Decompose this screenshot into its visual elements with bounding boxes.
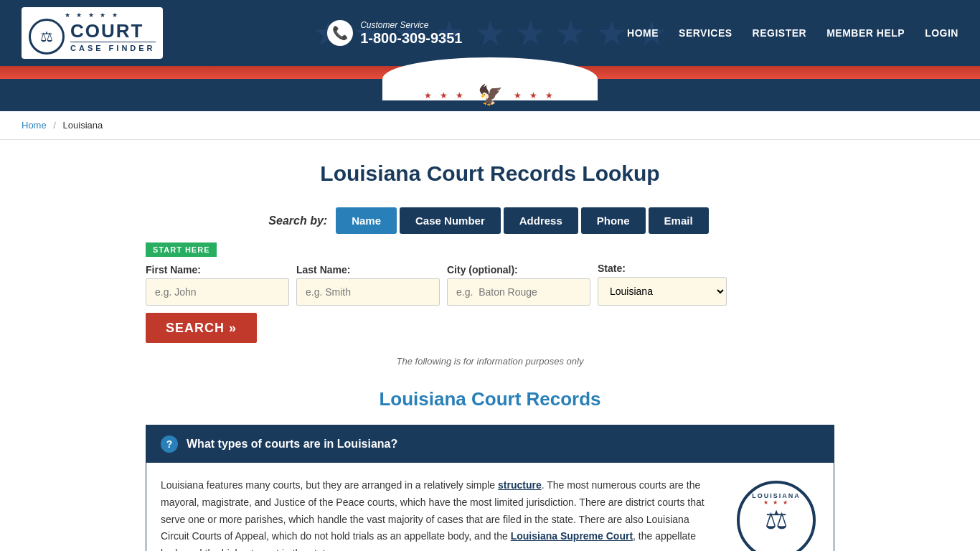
state-select[interactable]: AlabamaAlaskaArizonaArkansasCaliforniaCo… [598,277,727,306]
logo-stars: ★ ★ ★ ★ ★ [65,11,120,19]
search-by-label: Search by: [268,215,327,227]
state-label: State: [598,263,727,274]
page-title: Louisiana Court Records Lookup [146,161,834,186]
faq-header[interactable]: ? What types of courts are in Louisiana? [146,425,834,463]
supreme-court-link[interactable]: Louisiana Supreme Court [511,530,633,542]
nav-home[interactable]: HOME [627,27,659,39]
tab-email[interactable]: Email [649,207,709,234]
tab-phone[interactable]: Phone [581,207,646,234]
first-name-input[interactable] [146,278,289,306]
city-input[interactable] [447,278,590,306]
logo-area: ★ ★ ★ ★ ★ COURT CASE FINDER [22,7,163,59]
breadcrumb-separator: / [53,120,56,131]
cs-phone: 1-800-309-9351 [360,30,462,46]
breadcrumb-home-link[interactable]: Home [22,120,47,131]
cs-label: Customer Service [360,20,462,30]
faq-text: Louisiana features many courts, but they… [161,477,719,551]
tab-name[interactable]: Name [336,207,397,234]
search-button[interactable]: SEARCH » [146,313,257,343]
breadcrumb: Home / Louisiana [0,111,980,140]
louisiana-seal: LOUISIANA ★ ★ ★ ⚖ [733,477,819,551]
nav-register[interactable]: REGISTER [753,27,807,39]
customer-service-text: Customer Service 1-800-309-9351 [360,20,462,47]
first-name-field-group: First Name: [146,264,289,306]
eagle-banner: ★ ★ ★ 🦅 ★ ★ ★ [0,79,980,111]
last-name-label: Last Name: [296,264,440,276]
tab-address[interactable]: Address [504,207,578,234]
logo-icon-row: COURT CASE FINDER [29,19,156,55]
seal-circle: LOUISIANA ★ ★ ★ ⚖ [737,481,816,551]
structure-link[interactable]: structure [498,479,542,491]
nav-member-help[interactable]: MEMBER HELP [826,27,905,39]
search-button-label: SEARCH » [166,321,237,336]
first-name-label: First Name: [146,264,289,276]
faq-item: ? What types of courts are in Louisiana?… [146,425,834,551]
last-name-field-group: Last Name: [296,264,440,306]
logo-box: ★ ★ ★ ★ ★ COURT CASE FINDER [22,7,163,59]
faq-question: What types of courts are in Louisiana? [187,438,397,451]
eagle-stars-right: ★ ★ ★ [514,90,557,100]
state-field-group: State: AlabamaAlaskaArizonaArkansasCalif… [598,263,727,306]
faq-body: Louisiana features many courts, but they… [146,463,834,551]
phone-icon: 📞 [327,20,353,46]
logo-text-block: COURT CASE FINDER [70,22,156,52]
search-form: First Name: Last Name: City (optional): … [146,263,834,343]
disclaimer-text: The following is for information purpose… [146,356,834,367]
tab-case-number[interactable]: Case Number [400,207,501,234]
records-section-title: Louisiana Court Records [146,388,834,410]
logo-court-text: COURT [70,22,156,40]
nav-services[interactable]: SERVICES [679,27,732,39]
nav-login[interactable]: LOGIN [925,27,958,39]
main-content: Louisiana Court Records Lookup Search by… [131,140,849,551]
customer-service-area: 📞 Customer Service 1-800-309-9351 [327,20,462,47]
search-tabs-row: Search by: Name Case Number Address Phon… [146,207,834,234]
city-field-group: City (optional): [447,264,590,306]
seal-stars: ★ ★ ★ [763,499,788,506]
eagle-content: ★ ★ ★ 🦅 ★ ★ ★ [424,83,556,107]
faq-icon: ? [161,435,178,453]
breadcrumb-current: Louisiana [63,120,103,131]
city-label: City (optional): [447,264,590,276]
last-name-input[interactable] [296,278,440,306]
faq-icon-symbol: ? [166,438,173,450]
seal-inner-icon: ⚖ [765,505,788,535]
start-here-badge: START HERE [146,242,217,257]
logo-case-finder-text: CASE FINDER [70,42,156,52]
eagle-symbol: 🦅 [478,83,503,107]
eagle-stars-left: ★ ★ ★ [424,90,467,100]
seal-text-top: LOUISIANA [752,492,801,499]
site-header: ★ ★ ★ ★ ★ ★ ★ ★ ★ ★ ★ ★ ★ ★ COURT CASE F… [0,0,980,66]
main-nav: HOME SERVICES REGISTER MEMBER HELP LOGIN [627,27,958,39]
logo-emblem-icon [29,19,65,55]
